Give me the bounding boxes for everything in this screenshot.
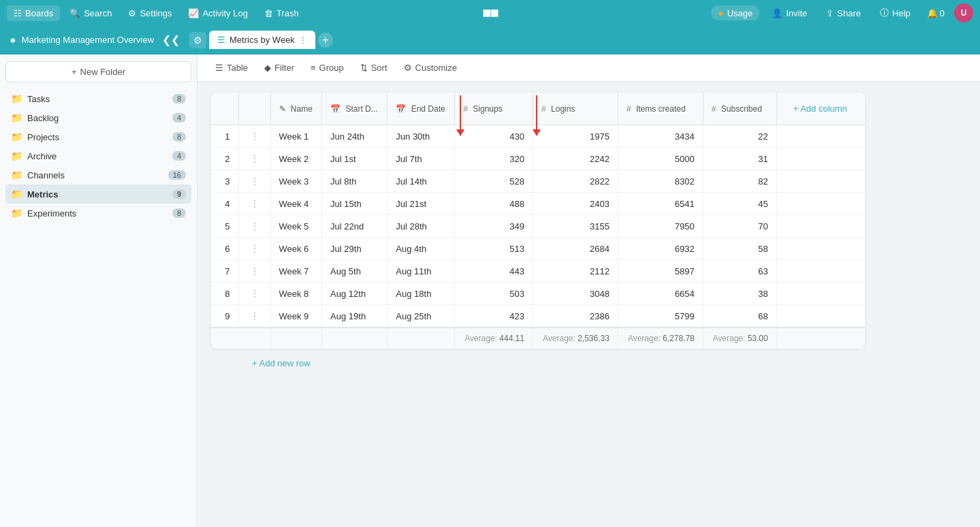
row-start-date[interactable]: Aug 5th <box>322 260 388 283</box>
row-name[interactable]: Week 3 <box>270 170 322 193</box>
collapse-sidebar-button[interactable]: ❮❮ <box>159 32 183 48</box>
name-col-header[interactable]: ✎ Name <box>270 93 322 125</box>
row-menu[interactable]: ⋮ <box>238 260 270 283</box>
sidebar-item-archive[interactable]: 📁 Archive 4 <box>5 146 191 165</box>
row-start-date[interactable]: Jun 24th <box>322 125 388 148</box>
row-items-created: 6654 <box>618 283 703 305</box>
sidebar-item-backlog[interactable]: 📁 Backlog 4 <box>5 108 191 127</box>
add-column-header[interactable]: + Add column <box>776 93 865 125</box>
items-created-col-header[interactable]: # Items created <box>618 93 703 125</box>
row-start-date[interactable]: Jul 22nd <box>322 215 388 238</box>
group-button[interactable]: ≡ Group <box>304 59 351 76</box>
tabs-bar: ⚙ ☰ Metrics by Week ⋮ + <box>189 31 973 49</box>
row-name[interactable]: Week 8 <box>270 283 322 305</box>
customize-button[interactable]: ⚙ Customize <box>397 59 464 76</box>
row-menu[interactable]: ⋮ <box>238 215 270 238</box>
row-name[interactable]: Week 5 <box>270 215 322 238</box>
row-logins: 2242 <box>533 148 618 170</box>
row-dots-icon[interactable]: ⋮ <box>247 310 262 321</box>
avatar[interactable]: U <box>954 3 973 22</box>
row-menu[interactable]: ⋮ <box>238 125 270 148</box>
settings-button[interactable]: ⚙ Settings <box>121 5 178 21</box>
table-row: 8 ⋮ Week 8 Aug 12th Aug 18th 503 3048 66… <box>211 283 865 305</box>
row-dots-icon[interactable]: ⋮ <box>247 153 262 164</box>
row-end-date[interactable]: Aug 4th <box>388 238 455 260</box>
row-end-date[interactable]: Aug 18th <box>388 283 455 305</box>
notifications-button[interactable]: 🔔 0 <box>923 5 949 21</box>
start-date-col-header[interactable]: 📅 Start D... <box>322 93 388 125</box>
help-button[interactable]: ⓘ Help <box>873 4 917 22</box>
row-items-created: 8302 <box>618 170 703 193</box>
sidebar-item-channels[interactable]: 📁 Channels 16 <box>5 165 191 185</box>
share-button[interactable]: ⇧ Share <box>819 5 868 21</box>
row-start-date[interactable]: Jul 1st <box>322 148 388 170</box>
sort-button[interactable]: ⇅ Sort <box>353 59 394 76</box>
row-dots-icon[interactable]: ⋮ <box>247 288 262 299</box>
edit-icon: ✎ <box>279 104 286 114</box>
subscribed-col-header[interactable]: # Subscribed <box>703 93 776 125</box>
row-start-date[interactable]: Jul 15th <box>322 193 388 215</box>
invite-button[interactable]: 👤 Invite <box>765 5 814 21</box>
row-signups: 443 <box>455 260 533 283</box>
row-subscribed: 68 <box>703 305 776 328</box>
metrics-by-week-tab[interactable]: ☰ Metrics by Week ⋮ <box>209 31 315 49</box>
sidebar-item-experiments[interactable]: 📁 Experiments 8 <box>5 204 191 223</box>
row-dots-icon[interactable]: ⋮ <box>247 198 262 209</box>
view-settings-button[interactable]: ⚙ <box>189 32 206 48</box>
tab-menu-icon[interactable]: ⋮ <box>299 35 307 45</box>
row-end-date[interactable]: Aug 25th <box>388 305 455 328</box>
row-dots-icon[interactable]: ⋮ <box>247 176 262 187</box>
row-menu[interactable]: ⋮ <box>238 170 270 193</box>
new-folder-button[interactable]: + New Folder <box>5 61 191 82</box>
row-start-date[interactable]: Aug 12th <box>322 283 388 305</box>
trash-button[interactable]: 🗑 Trash <box>257 5 306 21</box>
hash-icon: # <box>627 104 631 114</box>
row-dots-icon[interactable]: ⋮ <box>247 131 262 142</box>
row-end-date[interactable]: Jul 21st <box>388 193 455 215</box>
search-icon: 🔍 <box>69 8 80 18</box>
row-menu[interactable]: ⋮ <box>238 283 270 305</box>
row-dots-icon[interactable]: ⋮ <box>247 221 262 231</box>
row-dots-icon[interactable]: ⋮ <box>247 243 262 254</box>
row-end-date[interactable]: Aug 11th <box>388 260 455 283</box>
sidebar-item-tasks[interactable]: 📁 Tasks 8 <box>5 89 191 108</box>
row-end-date[interactable]: Jul 7th <box>388 148 455 170</box>
boards-button[interactable]: ☷ Boards <box>7 5 60 21</box>
add-tab-button[interactable]: + <box>318 33 333 48</box>
sidebar-item-metrics[interactable]: 📁 Metrics 9 <box>5 185 191 204</box>
items-avg-label: Average: <box>628 334 661 343</box>
row-start-date[interactable]: Jul 8th <box>322 170 388 193</box>
row-menu[interactable]: ⋮ <box>238 238 270 260</box>
add-row-button[interactable]: + Add new row <box>252 351 311 375</box>
row-start-date[interactable]: Jul 29th <box>322 238 388 260</box>
row-start-date[interactable]: Aug 19th <box>322 305 388 328</box>
row-end-date[interactable]: Jul 28th <box>388 215 455 238</box>
signups-col-header[interactable]: # Signups <box>455 93 533 125</box>
sidebar-item-projects[interactable]: 📁 Projects 8 <box>5 127 191 146</box>
trash-label: Trash <box>276 8 299 18</box>
row-name[interactable]: Week 6 <box>270 238 322 260</box>
usage-button[interactable]: ● Usage <box>711 5 759 20</box>
row-name[interactable]: Week 1 <box>270 125 322 148</box>
row-name[interactable]: Week 9 <box>270 305 322 328</box>
row-menu[interactable]: ⋮ <box>238 148 270 170</box>
row-menu[interactable]: ⋮ <box>238 193 270 215</box>
help-label: Help <box>892 8 911 18</box>
row-end-date[interactable]: Jun 30th <box>388 125 455 148</box>
add-column-button[interactable]: + Add column <box>785 98 855 119</box>
search-button[interactable]: 🔍 Search <box>63 5 118 21</box>
row-end-date[interactable]: Jul 14th <box>388 170 455 193</box>
row-dots-icon[interactable]: ⋮ <box>247 266 262 276</box>
row-name[interactable]: Week 2 <box>270 148 322 170</box>
row-name[interactable]: Week 4 <box>270 193 322 215</box>
logins-col-header[interactable]: # Logins <box>533 93 618 125</box>
filter-button[interactable]: ◆ Filter <box>257 59 301 76</box>
subscribed-avg-label: Average: <box>713 334 746 343</box>
row-name[interactable]: Week 7 <box>270 260 322 283</box>
toolbar: ☰ Table ◆ Filter ≡ Group ⇅ Sort ⚙ Custom… <box>197 54 980 82</box>
end-date-col-header[interactable]: 📅 End Date <box>388 93 455 125</box>
row-menu[interactable]: ⋮ <box>238 305 270 328</box>
table-view-button[interactable]: ☰ Table <box>208 59 255 76</box>
activity-log-button[interactable]: 📈 Activity Log <box>181 5 254 21</box>
signups-avg-label: Average: <box>464 334 497 343</box>
